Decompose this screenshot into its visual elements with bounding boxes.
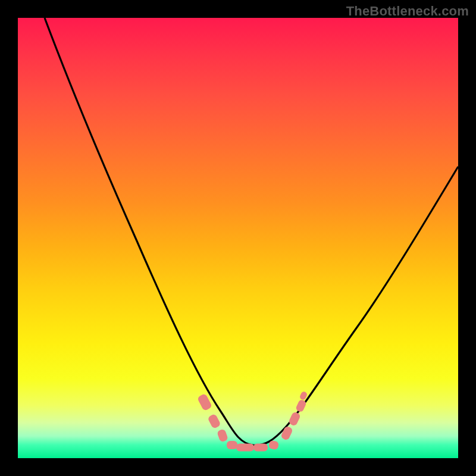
bottleneck-curve [18,18,458,458]
curve-marker [236,444,254,452]
curve-path [45,18,458,445]
plot-area [18,18,458,458]
curve-marker [253,444,268,452]
chart-frame: TheBottleneck.com [0,0,476,476]
watermark-text: TheBottleneck.com [346,4,469,19]
